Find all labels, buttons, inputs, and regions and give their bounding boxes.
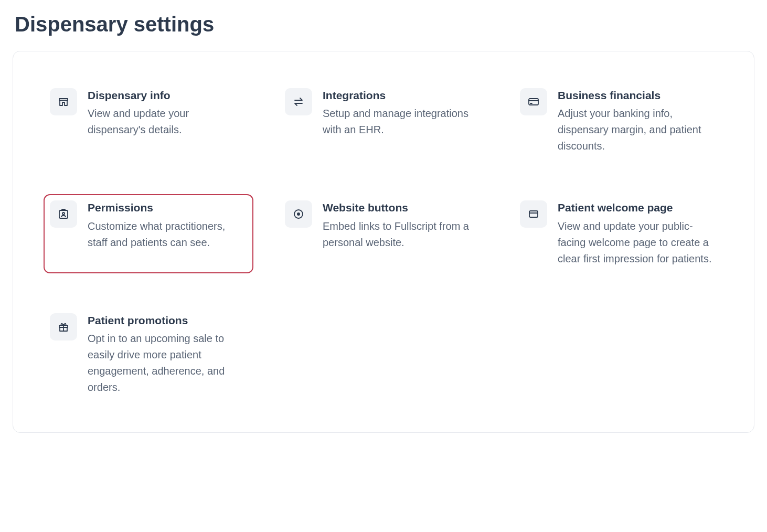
store-icon <box>50 88 77 115</box>
card-description: Adjust your banking info, dispensary mar… <box>558 105 717 154</box>
card-title: Patient welcome page <box>558 200 717 215</box>
card-business-financials[interactable]: Business financials Adjust your banking … <box>514 82 723 161</box>
card-title: Integrations <box>323 88 482 102</box>
credit-card-icon <box>520 88 547 115</box>
card-description: Opt in to an upcoming sale to easily dri… <box>88 331 247 396</box>
card-website-buttons[interactable]: Website buttons Embed links to Fullscrip… <box>279 194 488 273</box>
arrows-exchange-icon <box>285 88 312 115</box>
card-description: Embed links to Fullscript from a persona… <box>323 218 482 251</box>
page-title: Dispensary settings <box>15 13 754 36</box>
settings-container: Dispensary info View and update your dis… <box>13 51 754 433</box>
card-dispensary-info[interactable]: Dispensary info View and update your dis… <box>44 82 253 161</box>
card-description: View and update your dispensary's detail… <box>88 105 247 138</box>
card-permissions[interactable]: Permissions Customize what practitioners… <box>44 194 253 273</box>
target-icon <box>285 200 312 228</box>
svg-rect-0 <box>529 99 538 105</box>
card-title: Business financials <box>558 88 717 102</box>
svg-point-2 <box>62 212 65 215</box>
card-description: View and update your public-facing welco… <box>558 218 717 267</box>
card-title: Dispensary info <box>88 88 247 102</box>
card-patient-welcome[interactable]: Patient welcome page View and update you… <box>514 194 723 273</box>
settings-grid: Dispensary info View and update your dis… <box>44 82 723 402</box>
card-title: Patient promotions <box>88 313 247 327</box>
card-description: Customize what practitioners, staff and … <box>88 218 247 251</box>
svg-point-4 <box>297 212 300 216</box>
card-patient-promotions[interactable]: Patient promotions Opt in to an upcoming… <box>44 307 253 402</box>
id-badge-icon <box>50 200 77 228</box>
card-integrations[interactable]: Integrations Setup and manage integratio… <box>279 82 488 161</box>
card-description: Setup and manage integrations with an EH… <box>323 105 482 138</box>
window-icon <box>520 200 547 228</box>
gift-icon <box>50 313 77 341</box>
svg-rect-5 <box>529 211 538 217</box>
card-title: Permissions <box>88 200 247 215</box>
card-title: Website buttons <box>323 200 482 215</box>
